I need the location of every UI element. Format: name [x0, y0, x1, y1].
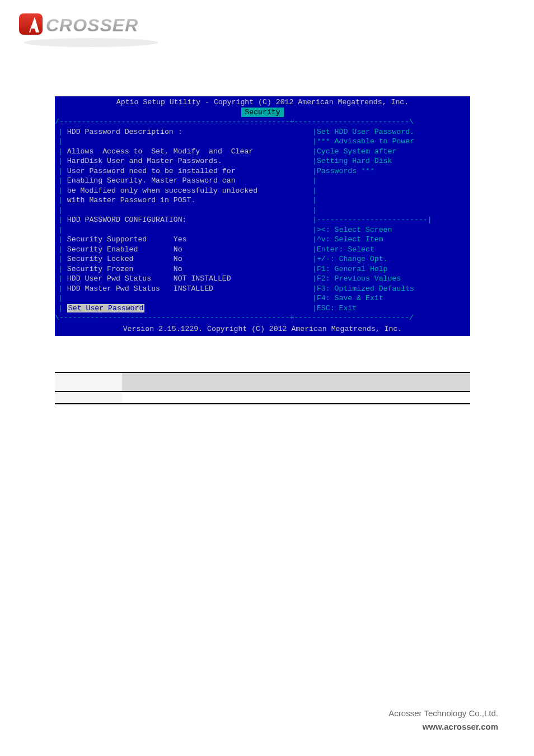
bios-row: | | [55, 206, 470, 216]
bios-footer: Version 2.15.1229. Copyright (C) 2012 Am… [55, 323, 470, 337]
bios-row-help: |Setting Hard Disk [309, 156, 470, 166]
bios-row-help: | [309, 195, 470, 206]
bios-screen: Aptio Setup Utility - Copyright (C) 2012… [55, 96, 470, 336]
bios-row: | |F4: Save & Exit [55, 293, 470, 304]
bios-row: | be Modified only when successfully unl… [55, 186, 470, 196]
cell-desc [206, 391, 470, 404]
bios-row-help: |+/-: Change Opt. [309, 254, 470, 264]
bios-row: | HDD Master Pwd Status INSTALLED|F3: Op… [55, 284, 470, 294]
bios-row-help: | [309, 206, 470, 216]
table-header-2 [122, 372, 206, 391]
bios-row-left: | Security Supported Yes [55, 235, 309, 245]
bios-row-help: |F1: General Help [309, 264, 470, 274]
bios-row: | HDD User Pwd Status NOT INSTALLED|F2: … [55, 274, 470, 284]
bios-row-help: | [309, 176, 470, 186]
top-border: /---------------------------------------… [55, 117, 470, 127]
bios-tab-row: Security [55, 108, 470, 118]
bios-row-help: |F2: Previous Values [309, 274, 470, 284]
bios-row-left: | HDD PASSWORD CONFIGURATION: [55, 215, 309, 225]
table-header-3 [206, 372, 470, 391]
bios-row-help: |*** Advisable to Power [309, 137, 470, 147]
bios-row: | Security Supported Yes|^v: Select Item [55, 235, 470, 245]
footer-site: www.acrosser.com [388, 720, 498, 734]
svg-point-2 [24, 38, 158, 47]
bios-row-left: | [55, 293, 309, 304]
svg-text:CROSSER: CROSSER [46, 15, 138, 35]
bios-row-left: | [55, 206, 309, 216]
bios-row-left: | HDD Master Pwd Status INSTALLED [55, 284, 309, 294]
bios-row: | |*** Advisable to Power [55, 137, 470, 147]
bios-row-left: | Allows Access to Set, Modify and Clear [55, 147, 309, 157]
bios-row-left: | User Password need to be installed for [55, 166, 309, 176]
set-user-password-item[interactable]: Set User Password [67, 304, 145, 312]
bios-row-left: | Security Frozen No [55, 264, 309, 274]
bios-row-left: | Security Enabled No [55, 245, 309, 255]
bios-row-left: | [55, 225, 309, 235]
bios-row: | Allows Access to Set, Modify and Clear… [55, 147, 470, 157]
bios-row-help: |><: Select Screen [309, 225, 470, 235]
footer-company: Acrosser Technology Co.,Ltd. [388, 707, 498, 720]
bios-row: | HDD Password Description :|Set HDD Use… [55, 127, 470, 137]
bios-row-left: | [55, 137, 309, 147]
bios-row: | |><: Select Screen [55, 225, 470, 235]
table-header-1 [55, 372, 122, 391]
bios-row-help: |F3: Optimized Defaults [309, 284, 470, 294]
bios-row-help: |Passwords *** [309, 166, 470, 176]
bios-row-left: | HDD User Pwd Status NOT INSTALLED [55, 274, 309, 284]
bios-row-help: |-------------------------| [309, 215, 470, 225]
bios-row-help: |Enter: Select [309, 245, 470, 255]
bios-row-help: |F4: Save & Exit [309, 293, 470, 304]
spec-table [55, 372, 470, 404]
bios-row-left: | HDD Password Description : [55, 127, 309, 137]
bios-row: | Enabling Security. Master Password can… [55, 176, 470, 186]
bios-row: | with Master Password in POST.| [55, 195, 470, 206]
tab-security[interactable]: Security [241, 108, 283, 118]
bios-row-help: |^v: Select Item [309, 235, 470, 245]
bios-row: | HDD PASSWORD CONFIGURATION:|----------… [55, 215, 470, 225]
bios-row-left: | Security Locked No [55, 254, 309, 264]
table-row [55, 391, 470, 404]
cell-option [122, 391, 206, 404]
bios-row: | HardDisk User and Master Passwords.|Se… [55, 156, 470, 166]
help-esc-exit: |ESC: Exit [309, 304, 470, 314]
page-footer: Acrosser Technology Co.,Ltd. www.acrosse… [388, 707, 498, 734]
bios-title: Aptio Setup Utility - Copyright (C) 2012… [55, 96, 470, 108]
bios-row: | Security Frozen No|F1: General Help [55, 264, 470, 274]
bios-row-left: | HardDisk User and Master Passwords. [55, 156, 309, 166]
bottom-border: \---------------------------------------… [55, 313, 470, 323]
bios-row-help: |Set HDD User Password. [309, 127, 470, 137]
bios-row: | User Password need to be installed for… [55, 166, 470, 176]
svg-rect-0 [19, 13, 43, 35]
brand-logo: CROSSER [18, 10, 163, 49]
bios-row: | Security Locked No|+/-: Change Opt. [55, 254, 470, 264]
bios-row-help: | [309, 186, 470, 196]
bios-row-help: |Cycle System after [309, 147, 470, 157]
bios-row-left: | with Master Password in POST. [55, 195, 309, 206]
cell-item [55, 391, 122, 404]
bios-row-left: | Enabling Security. Master Password can [55, 176, 309, 186]
bios-row-left: | be Modified only when successfully unl… [55, 186, 309, 196]
bios-row: | Security Enabled No|Enter: Select [55, 245, 470, 255]
